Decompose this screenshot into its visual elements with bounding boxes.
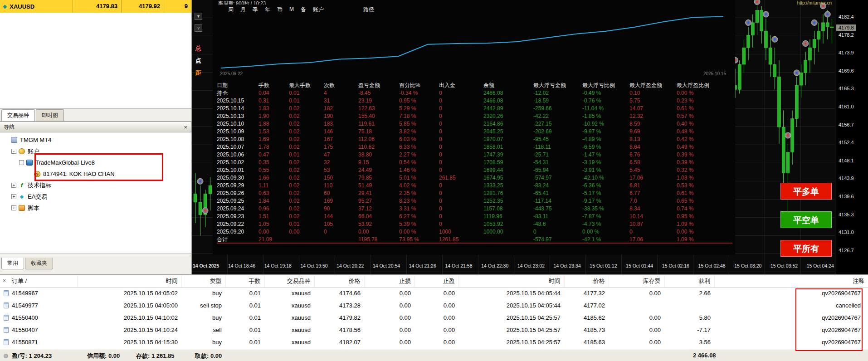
orders-column-header[interactable]: 手数 [225,275,264,287]
order-cell: 0.00 [364,312,414,324]
order-cell: 0.00 [364,336,414,348]
strip-button[interactable]: ? [195,24,202,32]
time-axis-label: 15 Oct 03:20 [734,263,761,268]
mt4-window: ◆XAUUSD 4179.83 4179.92 9 交易品种 即时图 导航 × … [0,0,868,361]
time-axis-label: 15 Oct 02:16 [662,263,689,268]
chart-area[interactable]: http://mitanver.cn 率周期: 900秒 / 10:23 周月季… [192,0,868,274]
price-axis-label: 4139.6 [839,194,854,199]
order-row[interactable]: 415499772025.10.15 04:05:00sell stop0.01… [0,299,868,312]
navigator-item[interactable]: -账户 [0,146,191,157]
stats-dashboard-panel: 率周期: 900秒 / 10:23 周月季年币M备账户路径 2025.09.22… [213,0,735,255]
terminal-icon [11,137,17,143]
order-cell: 0.01 [225,312,264,324]
order-cell: 4185.63 [564,336,609,348]
orders-column-header[interactable]: 止损 [364,275,414,287]
order-row[interactable]: 415504072025.10.15 04:10:24sell0.01xauus… [0,324,868,336]
collapse-minus-icon[interactable]: - [11,149,16,154]
tab-common[interactable]: 常用 [1,258,24,269]
orders-column-header[interactable]: 获利 [664,275,714,287]
order-cell: 2025.10.15 04:05:00 [77,299,181,312]
deposit-status: 存款: 1 261.85 [136,352,175,360]
market-watch: ◆XAUUSD 4179.83 4179.92 9 [0,0,191,109]
navigator-item-label: 账户 [28,147,39,156]
terminal-close-icon[interactable]: × [3,278,6,284]
price-axis: 4182.44178.24173.94169.64165.34161.04156… [835,0,868,274]
navigator-item[interactable]: +脚本 [0,202,191,214]
expand-plus-icon[interactable]: + [11,183,16,188]
orders-column-header[interactable]: 价格 [314,275,364,287]
expand-plus-icon[interactable]: + [11,205,16,210]
price-axis-label: 4148.1 [839,158,854,163]
order-cell: 4185.73 [564,324,609,336]
navigator-item-label: 8174941: KOK HAO CHAN [43,171,115,177]
stats-row: 2025.10.131.900.02190155.407.18 %02320.2… [217,112,732,120]
order-row[interactable]: 415499672025.10.15 04:05:02buy0.01xauusd… [0,287,868,299]
order-cell: 2025.10.15 04:15:30 [77,336,181,348]
orders-column-header[interactable]: 时间 [77,275,181,287]
order-cell: 0.01 [225,299,264,312]
orders-column-header[interactable]: 订单 / [0,275,77,287]
navigator-item[interactable]: -TradeMaxGlobal-Live8 [0,157,191,168]
tab-tick-chart[interactable]: 即时图 [36,109,64,121]
profit-status: 盈/亏: 1 204.23 [12,352,52,360]
price-axis-label: 4152.4 [839,140,854,145]
order-cell: xauusd [264,324,314,336]
orders-column-header[interactable]: 类型 [181,275,225,287]
navigator-item-label: 脚本 [28,204,39,212]
navigator-item[interactable]: TMGM MT4 [0,134,191,146]
tab-symbols[interactable]: 交易品种 [1,109,35,121]
strip-button[interactable]: ▼ [195,13,202,20]
order-cell: 0.01 [225,287,264,299]
order-cell: 2025.10.15 04:05:44 [458,299,564,312]
close-short-button[interactable]: 平空单 [780,211,832,228]
close-long-button[interactable]: 平多单 [780,183,832,200]
bid-price: 4179.83 [73,0,121,13]
stats-row: 持仓0.040.014-8.45-0.34 %02466.08-12.02-0.… [217,89,732,97]
market-watch-row-xauusd[interactable]: ◆XAUUSD 4179.83 4179.92 9 [0,0,191,13]
time-axis-label: 14 Oct 23:34 [554,263,581,268]
collapse-minus-icon[interactable]: - [19,160,24,165]
panel-period-fragment: 率周期: 900秒 / 10:23 [213,0,735,5]
order-row[interactable]: 415504002025.10.15 04:10:02buy0.01xauusd… [0,312,868,324]
time-axis-label: 15 Oct 02:48 [698,263,726,268]
expand-plus-icon[interactable]: + [11,194,16,199]
order-cell: 4179.82 [314,312,364,324]
order-ticket: 41550871 [0,336,77,348]
orders-column-header[interactable]: 库存费 [609,275,664,287]
stats-row: 2025.09.231.510.0214466.046.27 %01119.96… [217,213,732,220]
order-cell: 2025.10.15 04:25:57 [458,312,564,324]
tab-favorites[interactable]: 收藏夹 [25,258,53,269]
equity-value: 2 466.08 [693,352,716,359]
order-ticket: 41550400 [0,312,77,324]
stats-row: 2025.09.301.660.0215079.855.01 %261.8516… [217,174,732,182]
orders-column-header[interactable]: 止盈 [414,275,458,287]
left-panel: ◆XAUUSD 4179.83 4179.92 9 交易品种 即时图 导航 × … [0,0,192,274]
order-row[interactable]: 415508712025.10.15 04:15:30buy0.01xauusd… [0,336,868,348]
current-price-tag: 4179.8 [836,24,856,31]
navigator-item[interactable]: +f技术指标 [0,180,191,191]
stats-row: 2025.10.091.530.0214675.183.82 %02045.25… [217,128,732,136]
terminal-panel: × 订单 /时间类型手数交易品种价格止损止盈时间价格库存费获利注释 415499… [0,274,868,361]
orders-column-header[interactable]: 价格 [564,275,609,287]
order-cell: qv2026904767 [714,336,868,348]
time-axis-label: 15 Oct 01:12 [590,263,617,268]
order-cell: qv2026904767 [714,287,868,299]
stats-row: 2025.09.221.050.0110553.925.39 %01053.92… [217,220,732,228]
stats-header-row: 日期手数最大手数次数盈亏金额百分比%出入金余额最大浮亏金额最大浮亏比例最大浮盈金… [217,82,732,89]
withdraw-status: 取款: 0.00 [195,352,222,360]
navigator-close-icon[interactable]: × [184,124,187,131]
stats-row: 2025.09.251.840.0216995.278.23 %01252.35… [217,197,732,205]
time-axis-label: 14 Oct 20:22 [336,263,364,268]
stats-row: 2025.09.291.110.0211051.494.02 %01333.25… [217,182,732,190]
close-all-button[interactable]: 平所有 [780,240,832,257]
stats-row: 2025.10.010.550.025324.491.46 %01699.44-… [217,166,732,174]
orders-column-header[interactable]: 时间 [458,275,564,287]
price-axis-label: 4126.7 [839,248,854,253]
orders-column-header[interactable]: 注释 [714,275,868,287]
order-cell [609,299,664,312]
orders-column-header[interactable]: 交易品种 [264,275,314,287]
order-cell: 4174.66 [314,287,364,299]
navigator-item[interactable]: $8174941: KOK HAO CHAN [0,168,191,180]
order-cell: 2025.10.15 04:25:57 [458,336,564,348]
navigator-item[interactable]: +◆EA交易 [0,191,191,202]
